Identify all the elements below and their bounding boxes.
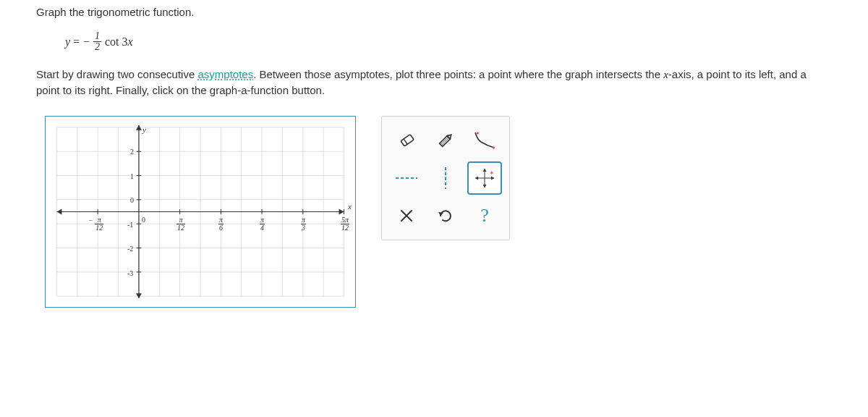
pencil-tool[interactable] bbox=[428, 124, 463, 157]
svg-marker-26 bbox=[57, 209, 62, 215]
asymptotes-link[interactable]: asymptotes bbox=[197, 68, 253, 80]
svg-marker-25 bbox=[339, 209, 344, 215]
svg-text:✶: ✶ bbox=[491, 145, 496, 151]
vertical-asymptote-tool[interactable] bbox=[428, 161, 463, 195]
help-button[interactable]: ? bbox=[467, 199, 502, 232]
svg-marker-53 bbox=[491, 177, 494, 180]
clear-button[interactable] bbox=[389, 199, 424, 232]
y-axis-label: y bbox=[142, 125, 146, 134]
graph-function-tool[interactable]: ✶ ✶ bbox=[467, 124, 502, 157]
svg-marker-56 bbox=[483, 185, 487, 188]
tool-panel: ✶ ✶ bbox=[381, 116, 510, 240]
svg-text:✶: ✶ bbox=[475, 130, 480, 137]
pencil-icon bbox=[435, 130, 456, 151]
eraser-tool[interactable] bbox=[389, 124, 424, 157]
page-title: Graph the trigonometric function. bbox=[36, 6, 832, 18]
plot-point-tool[interactable]: ✶ bbox=[467, 161, 502, 195]
undo-button[interactable] bbox=[428, 199, 463, 232]
x-axis-label: x bbox=[348, 202, 352, 211]
svg-text:✶: ✶ bbox=[489, 169, 495, 177]
help-icon: ? bbox=[480, 205, 489, 227]
graph-canvas[interactable]: y x 2 1 0 -1 -2 -3 0 − π12 π12 π6 π4 bbox=[45, 116, 356, 308]
svg-marker-54 bbox=[475, 177, 478, 180]
svg-line-42 bbox=[404, 139, 407, 144]
svg-marker-27 bbox=[136, 125, 142, 130]
point-icon: ✶ bbox=[473, 167, 496, 190]
instructions-text: Start by drawing two consecutive asympto… bbox=[36, 67, 832, 98]
svg-rect-41 bbox=[401, 135, 414, 147]
svg-marker-28 bbox=[136, 293, 142, 298]
close-icon bbox=[399, 208, 414, 224]
curve-icon: ✶ ✶ bbox=[472, 130, 497, 151]
undo-icon bbox=[436, 206, 455, 225]
vdash-icon bbox=[438, 166, 453, 190]
svg-marker-44 bbox=[447, 133, 453, 139]
equation-display: y = − 1 2 cot 3x bbox=[65, 31, 832, 52]
svg-marker-55 bbox=[483, 169, 487, 172]
eraser-icon bbox=[396, 130, 417, 151]
horizontal-asymptote-tool[interactable] bbox=[389, 161, 424, 195]
grid-svg bbox=[46, 117, 355, 307]
hdash-icon bbox=[394, 171, 419, 185]
